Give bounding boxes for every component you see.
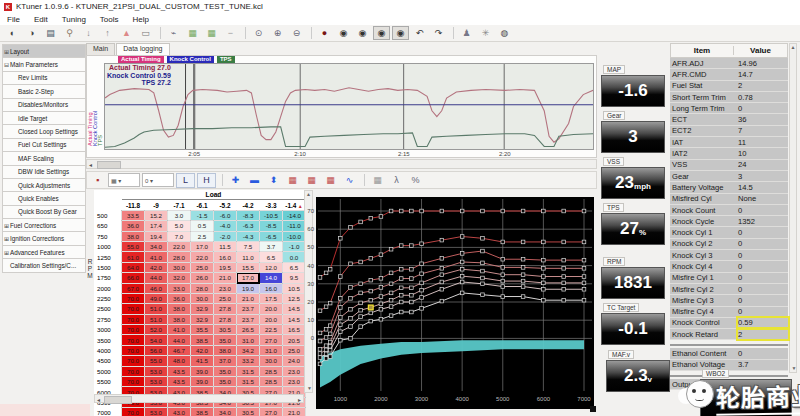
decrease-icon[interactable]: ▬: [246, 174, 263, 187]
grid-cell[interactable]: 53.0: [145, 408, 168, 416]
grid-cell[interactable]: 28.5: [260, 366, 283, 376]
menu-tuning[interactable]: Tuning: [55, 15, 93, 24]
table-red3-icon[interactable]: ▦: [322, 174, 339, 187]
col-header[interactable]: -6.1: [191, 200, 214, 210]
grid-cell[interactable]: 5.0: [168, 221, 191, 231]
grid-cell[interactable]: 41.0: [145, 252, 168, 262]
row-header[interactable]: 1750: [94, 273, 122, 283]
monitor-scrollbar[interactable]: ▲▼: [789, 43, 797, 373]
grid-cell[interactable]: 52.0: [145, 325, 168, 335]
grid-cell[interactable]: 3.7: [260, 241, 283, 251]
grid-cell[interactable]: 36.0: [168, 293, 191, 303]
grid-cell[interactable]: 64.0: [122, 262, 145, 272]
web-icon[interactable]: ◍: [496, 26, 513, 40]
grid-cell[interactable]: 28.5: [260, 377, 283, 387]
lambda-icon[interactable]: λ: [388, 174, 405, 187]
grid-cell[interactable]: 38.0: [168, 304, 191, 314]
sidebar-item-ignition-corrections[interactable]: ⊞Ignition Corrections: [2, 232, 86, 245]
grid-cell[interactable]: 70.0: [122, 335, 145, 345]
grid-cell[interactable]: 37.0: [214, 356, 237, 366]
grid-cell[interactable]: 21.0: [237, 293, 260, 303]
scrollbar-thumb[interactable]: [104, 396, 132, 404]
row-header[interactable]: 3500: [94, 335, 122, 345]
grid-cell[interactable]: -4.3: [237, 231, 260, 241]
grid-cell[interactable]: 38.0: [168, 314, 191, 324]
expander-icon[interactable]: ⊞: [3, 222, 10, 229]
key-on-icon[interactable]: ⚲: [61, 26, 78, 40]
grid-cell[interactable]: 2.5: [191, 231, 214, 241]
grid-cell[interactable]: 0.5: [191, 221, 214, 231]
table-grey-icon[interactable]: ▦: [369, 174, 386, 187]
grid-cell[interactable]: 55.0: [145, 356, 168, 366]
grid-cell[interactable]: 66.0: [122, 273, 145, 283]
sidebar-item-closed-loop-settings[interactable]: Closed Loop Settings: [2, 125, 86, 138]
table-horizontal-scrollbar[interactable]: ◂ ▸: [94, 394, 304, 403]
grid-cell[interactable]: 32.0: [168, 273, 191, 283]
grid-cell[interactable]: 31.0: [237, 335, 260, 345]
datalog2-icon[interactable]: ◉: [354, 26, 371, 40]
record-icon[interactable]: ●: [316, 26, 333, 40]
grid-cell[interactable]: 22.5: [260, 325, 283, 335]
grid-cell[interactable]: 42.0: [191, 345, 214, 355]
grid-cell[interactable]: 46.0: [145, 283, 168, 293]
expander-icon[interactable]: ⊟: [3, 61, 10, 68]
connect-icon[interactable]: ◐: [4, 26, 21, 40]
grid-cell[interactable]: 25.0: [191, 262, 214, 272]
grid-cell[interactable]: 33.0: [168, 283, 191, 293]
col-header[interactable]: -4.2: [237, 200, 260, 210]
map-trace-chart[interactable]: 0102030405060701000200030004000500060007…: [300, 195, 598, 413]
row-header[interactable]: 2750: [94, 314, 122, 324]
grid-cell[interactable]: 31.5: [237, 366, 260, 376]
grid-cell[interactable]: 19.0: [237, 283, 260, 293]
grid-cell[interactable]: 35.0: [214, 335, 237, 345]
grid-cell[interactable]: 22.0: [191, 252, 214, 262]
grid-cell[interactable]: 55.0: [122, 241, 145, 251]
grid-cell[interactable]: 11.0: [237, 252, 260, 262]
grid-cell[interactable]: 34.0: [145, 241, 168, 251]
grid-cell[interactable]: 38.0: [214, 345, 237, 355]
datalog4-icon[interactable]: ◉: [392, 26, 409, 40]
grid-cell[interactable]: 32.9: [191, 314, 214, 324]
grid-cell[interactable]: 70.0: [122, 377, 145, 387]
grid-cell[interactable]: 30.5: [214, 325, 237, 335]
grid-cell[interactable]: 28.0: [191, 283, 214, 293]
menu-tools[interactable]: Tools: [93, 15, 126, 24]
gear-icon[interactable]: ✳: [477, 26, 494, 40]
grid-cell[interactable]: 19.5: [214, 262, 237, 272]
undo-icon[interactable]: ↶: [411, 26, 428, 40]
sidebar-item-layout[interactable]: ⊞Layout: [2, 44, 86, 58]
window-icon[interactable]: ▭: [137, 26, 154, 40]
grid-cell[interactable]: 15.2: [145, 210, 168, 220]
grid-cell[interactable]: 48.0: [168, 356, 191, 366]
user-icon[interactable]: ♟: [458, 26, 475, 40]
tab-main[interactable]: Main: [86, 43, 115, 55]
legend-chip-tps[interactable]: TPS: [217, 56, 235, 63]
grid-cell[interactable]: 11.5: [214, 241, 237, 251]
grid-cell[interactable]: 31.5: [237, 377, 260, 387]
grid-cell[interactable]: -2.0: [214, 231, 237, 241]
grid-cell[interactable]: 30.0: [168, 262, 191, 272]
grid-cell[interactable]: 43.0: [168, 408, 191, 416]
grid-cell[interactable]: -4.0: [214, 221, 237, 231]
sidebar-item-advanced-features[interactable]: ⊞Advanced Features: [2, 246, 86, 259]
grid-cell[interactable]: 70.0: [122, 408, 145, 416]
grid-cell[interactable]: 20.0: [260, 314, 283, 324]
grid-cell[interactable]: 43.5: [168, 366, 191, 376]
resize-handle[interactable]: [590, 406, 596, 412]
logging-scrollbar[interactable]: ◂: [86, 159, 597, 169]
grid-cell[interactable]: 54.0: [145, 335, 168, 345]
grid-cell[interactable]: 70.0: [122, 304, 145, 314]
grid-cell[interactable]: 3.0: [168, 210, 191, 220]
grid-cell[interactable]: 20.0: [260, 304, 283, 314]
grid-cell[interactable]: 34.2: [237, 345, 260, 355]
grid-cell[interactable]: 27.0: [260, 335, 283, 345]
wave-icon[interactable]: ∿: [341, 174, 358, 187]
increase-icon[interactable]: ✚: [227, 174, 244, 187]
row-header[interactable]: 2500: [94, 304, 122, 314]
sidebar-item-fuel-corrections[interactable]: ⊞Fuel Corrections: [2, 219, 86, 232]
menu-help[interactable]: Help: [126, 15, 156, 24]
legend-chip-actual-timing[interactable]: Actual Timing: [118, 56, 164, 63]
expander-icon[interactable]: ⊞: [3, 235, 10, 242]
sidebar-item-fuel-cut-settings[interactable]: Fuel Cut Settings: [2, 139, 86, 152]
grid-cell[interactable]: 56.0: [145, 345, 168, 355]
